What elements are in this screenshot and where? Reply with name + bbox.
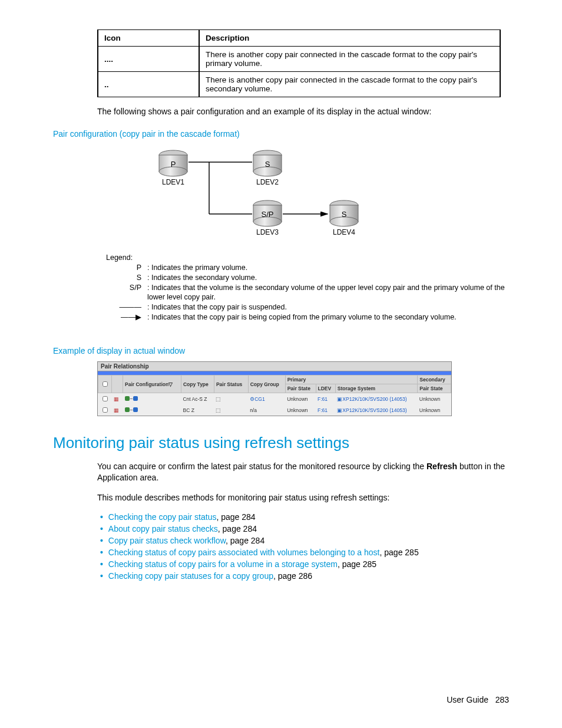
legend-sym: P bbox=[106, 263, 147, 273]
pair-config-cell: – bbox=[123, 393, 181, 405]
pair-config-cell: – bbox=[123, 404, 181, 416]
pair-relationship-window: Pair Relationship Pair Configuration▽ Co… bbox=[97, 361, 452, 416]
th-desc: Description bbox=[199, 30, 500, 47]
th-pair-state2[interactable]: Pair State bbox=[418, 384, 451, 393]
diagram-label-ldev1: LDEV1 bbox=[162, 178, 184, 186]
row-checkbox[interactable] bbox=[103, 407, 108, 413]
th-copy-group[interactable]: Copy Group bbox=[248, 375, 285, 393]
th-copy-type[interactable]: Copy Type bbox=[181, 375, 214, 393]
list-item: Checking status of copy pairs associated… bbox=[109, 548, 509, 557]
page-number: 283 bbox=[495, 695, 509, 704]
copy-type-cell: Cnt Ac-S Z bbox=[181, 393, 214, 405]
th-primary: Primary bbox=[285, 375, 418, 384]
th-storage[interactable]: Storage System bbox=[335, 384, 417, 393]
diagram-label-s2: S bbox=[342, 210, 347, 219]
page-footer: User Guide 283 bbox=[447, 695, 509, 704]
table-row[interactable]: ▦ – Cnt Ac-S Z ⬚ ⚙CG1 Unknown F:61 ▣XP12… bbox=[98, 393, 451, 405]
footer-label: User Guide bbox=[447, 695, 488, 704]
pair-state2-cell: Unknown bbox=[418, 393, 451, 405]
copy-type-cell: BC Z bbox=[181, 404, 214, 416]
td-desc: There is another copy pair connected in … bbox=[199, 72, 500, 97]
paragraph: This module describes methods for monito… bbox=[97, 492, 509, 503]
legend-text: : Indicates the primary volume. bbox=[147, 263, 509, 273]
row-icon: ▦ bbox=[112, 393, 123, 405]
section-heading: Monitoring pair status using refresh set… bbox=[53, 434, 509, 452]
figure-caption: Example of display in actual window bbox=[53, 346, 509, 355]
cross-ref-link[interactable]: Copy pair status check workflow bbox=[108, 536, 226, 545]
ldev-cell[interactable]: F:61 bbox=[316, 404, 335, 416]
th-icon: Icon bbox=[98, 30, 199, 47]
list-item: Copy pair status check workflow, page 28… bbox=[109, 536, 509, 545]
td-icon: .... bbox=[98, 47, 199, 72]
td-desc: There is another copy pair connected in … bbox=[199, 47, 500, 72]
storage-cell[interactable]: ▣XP12K/10K/SVS200 (14053) bbox=[335, 404, 417, 416]
link-list: Checking the copy pair status, page 284 … bbox=[109, 512, 509, 581]
td-icon: .. bbox=[98, 72, 199, 97]
window-title: Pair Relationship bbox=[98, 362, 451, 371]
th-pair-status[interactable]: Pair Status bbox=[214, 375, 248, 393]
paragraph: The following shows a pair configuration… bbox=[97, 106, 509, 117]
legend-title: Legend: bbox=[106, 253, 509, 263]
copy-group-link[interactable]: CG1 bbox=[254, 396, 265, 402]
copy-group-cell: n/a bbox=[248, 404, 285, 416]
figure-caption: Pair configuration (copy pair in the cas… bbox=[53, 129, 509, 139]
diagram-label-ldev4: LDEV4 bbox=[333, 228, 355, 236]
select-all-checkbox[interactable] bbox=[103, 381, 108, 387]
legend-text: : Indicates the secondary volume. bbox=[147, 273, 509, 283]
table-row[interactable]: ▦ – BC Z ⬚ n/a Unknown F:61 ▣XP12K/10K/S… bbox=[98, 404, 451, 416]
paragraph: You can acquire or confirm the latest pa… bbox=[97, 461, 509, 483]
pair-state2-cell: Unknown bbox=[418, 404, 451, 416]
pair-configuration-diagram: P LDEV1 S LDEV2 S/P LDEV3 S bbox=[106, 144, 448, 253]
list-item: About copy pair status checks, page 284 bbox=[109, 524, 509, 533]
legend-sym: ——▶ bbox=[106, 312, 147, 322]
pair-status-cell: ⬚ bbox=[214, 404, 248, 416]
legend-sym: S/P bbox=[106, 283, 147, 303]
cross-ref-link[interactable]: Checking status of copy pairs for a volu… bbox=[108, 559, 338, 569]
legend-text: : Indicates that the volume is the secon… bbox=[147, 283, 509, 303]
th-pair-config[interactable]: Pair Configuration▽ bbox=[123, 375, 181, 393]
copy-group-cell[interactable]: ⚙CG1 bbox=[248, 393, 285, 405]
legend-text: : Indicates that the copy pair is being … bbox=[147, 312, 509, 322]
ldev-cell[interactable]: F:61 bbox=[316, 393, 335, 405]
diagram-legend: Legend: P: Indicates the primary volume.… bbox=[106, 253, 509, 322]
pair-state-cell: Unknown bbox=[285, 404, 316, 416]
diagram-label-s: S bbox=[265, 160, 270, 169]
row-icon: ▦ bbox=[112, 404, 123, 416]
cross-ref-link[interactable]: Checking status of copy pairs associated… bbox=[108, 548, 380, 557]
row-checkbox[interactable] bbox=[103, 396, 108, 401]
diagram-label-sp: S/P bbox=[262, 210, 274, 219]
cross-ref-link[interactable]: Checking the copy pair status bbox=[108, 512, 217, 522]
th-secondary: Secondary bbox=[418, 375, 451, 384]
pair-table: Pair Configuration▽ Copy Type Pair Statu… bbox=[98, 375, 451, 416]
icon-description-table: Icon Description .... There is another c… bbox=[97, 29, 501, 97]
th-icon bbox=[112, 375, 123, 393]
cross-ref-link[interactable]: Checking copy pair statuses for a copy g… bbox=[108, 571, 273, 581]
th-pair-state[interactable]: Pair State bbox=[285, 384, 316, 393]
pair-status-cell: ⬚ bbox=[214, 393, 248, 405]
diagram-label-ldev3: LDEV3 bbox=[256, 228, 279, 236]
legend-text: : Indicates that the copy pair is suspen… bbox=[147, 302, 509, 312]
storage-cell[interactable]: ▣XP12K/10K/SVS200 (14053) bbox=[335, 393, 417, 405]
cross-ref-link[interactable]: About copy pair status checks bbox=[108, 524, 218, 533]
diagram-label-ldev2: LDEV2 bbox=[256, 178, 279, 186]
legend-sym: S bbox=[106, 273, 147, 283]
pair-state-cell: Unknown bbox=[285, 393, 316, 405]
list-item: Checking copy pair statuses for a copy g… bbox=[109, 571, 509, 581]
list-item: Checking status of copy pairs for a volu… bbox=[109, 559, 509, 569]
th-ldev[interactable]: LDEV bbox=[316, 384, 335, 393]
legend-sym: ——— bbox=[106, 302, 147, 312]
diagram-label-p: P bbox=[171, 160, 176, 169]
list-item: Checking the copy pair status, page 284 bbox=[109, 512, 509, 522]
